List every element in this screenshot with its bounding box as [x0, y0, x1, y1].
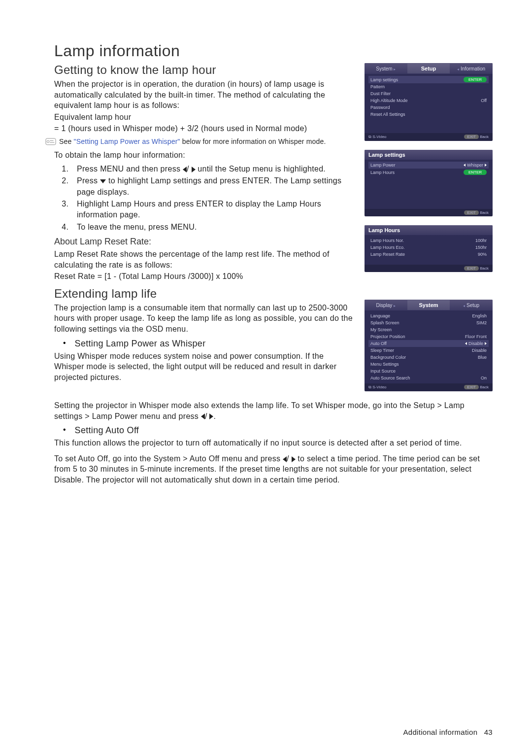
- menu-row: High Altitude ModeOff: [368, 97, 489, 104]
- body-text: Setting the projector in Whisper mode al…: [54, 400, 493, 421]
- body-text: The projection lamp is a consumable item…: [54, 303, 354, 335]
- bullet-icon: •: [63, 339, 66, 349]
- left-arrow-icon: [283, 456, 287, 462]
- right-arrow-icon: [192, 167, 196, 172]
- menu-row: Sleep TimerDisable: [368, 347, 489, 354]
- svg-point-1: [47, 140, 49, 143]
- menu-row: Reset All Settings: [368, 111, 489, 118]
- menu-row: Lamp settingsENTER: [368, 76, 489, 83]
- menu-row: Lamp Hours Nor.100hr: [368, 237, 489, 244]
- menu-tab-selected: Setup: [407, 64, 450, 73]
- menu-row: Background ColorBlue: [368, 354, 489, 361]
- note-icon: [45, 138, 56, 145]
- menu-title: Lamp settings: [365, 150, 493, 160]
- list-item: Press MENU and then press / until the Se…: [71, 164, 354, 174]
- body-text: = 1 (hours used in Whisper mode) + 3/2 (…: [54, 123, 354, 134]
- menu-row: Auto OffDisable: [368, 340, 489, 347]
- menu-footer: EXITBack: [365, 265, 493, 272]
- steps-list: Press MENU and then press / until the Se…: [71, 164, 354, 233]
- page-title: Lamp information: [54, 42, 493, 60]
- menu-row: My Screen: [368, 326, 489, 333]
- menu-screenshot-system: Display ▸ System ◂ Setup LanguageEnglish…: [365, 300, 493, 391]
- menu-tab: ◂ Setup: [450, 301, 493, 310]
- menu-tab: ◂ Information: [450, 64, 493, 73]
- menu-row: Lamp Hours Eco.150hr: [368, 244, 489, 251]
- list-item: To leave the menu, press MENU.: [71, 222, 354, 233]
- menu-row: Lamp PowerWhisper: [368, 162, 489, 169]
- menu-footer: ⧉ S-VideoEXITBack: [365, 133, 493, 141]
- body-text: Using Whisper mode reduces system noise …: [54, 351, 354, 383]
- menu-footer: EXITBack: [365, 209, 493, 216]
- list-item: Press to highlight Lamp settings and pre…: [71, 175, 354, 198]
- menu-tab: System ▸: [365, 64, 407, 73]
- menu-footer: ⧉ S-VideoEXITBack: [365, 383, 493, 391]
- page-footer: Additional information 43: [403, 728, 493, 736]
- menu-tab-selected: System: [407, 300, 450, 310]
- menu-row: Pattern: [368, 83, 489, 90]
- menu-tab: Display ▸: [365, 301, 407, 310]
- body-text: Equivalent lamp hour: [54, 112, 354, 123]
- body-text: Reset Rate = [1 - (Total Lamp Hours /300…: [54, 271, 354, 282]
- bullet-icon: •: [63, 425, 66, 436]
- enter-pill: ENTER: [464, 77, 487, 82]
- menu-screenshot-lamp-settings: Lamp settings Lamp PowerWhisper Lamp Hou…: [365, 150, 493, 216]
- menu-row: LanguageEnglish: [368, 312, 489, 319]
- menu-row: Lamp Reset Rate90%: [368, 251, 489, 258]
- menu-row: Input Source: [368, 368, 489, 375]
- enter-pill: ENTER: [464, 170, 487, 175]
- menu-screenshot-lamp-hours: Lamp Hours Lamp Hours Nor.100hr Lamp Hou…: [365, 225, 493, 272]
- menu-row: Menu Settings: [368, 361, 489, 368]
- menu-row: Dust Filter: [368, 90, 489, 97]
- cross-reference-link: "Setting Lamp Power as Whisper": [74, 137, 180, 145]
- left-arrow-icon: [183, 167, 187, 172]
- bullet-heading: Setting Auto Off: [75, 425, 139, 436]
- body-text: To set Auto Off, go into the System > Au…: [54, 453, 493, 485]
- section-heading: Getting to know the lamp hour: [54, 63, 354, 77]
- menu-title: Lamp Hours: [365, 225, 493, 235]
- menu-row: Password: [368, 104, 489, 111]
- menu-row: Splash ScreenSIM2: [368, 319, 489, 326]
- svg-rect-0: [46, 138, 56, 145]
- left-arrow-icon: [201, 413, 205, 419]
- section-heading: Extending lamp life: [54, 287, 354, 301]
- menu-row: Lamp HoursENTER: [368, 169, 489, 176]
- note-text: See "Setting Lamp Power as Whisper" belo…: [59, 137, 326, 146]
- menu-screenshot-setup: System ▸ Setup ◂ Information Lamp settin…: [365, 63, 493, 141]
- body-text: When the projector is in operation, the …: [54, 79, 354, 111]
- menu-row: Projector PositionFloor Front: [368, 333, 489, 340]
- list-item: Highlight Lamp Hours and press ENTER to …: [71, 199, 354, 221]
- body-text: To obtain the lamp hour information:: [54, 150, 354, 161]
- bullet-heading: Setting Lamp Power as Whisper: [75, 339, 206, 349]
- body-text: This function allows the projector to tu…: [54, 438, 493, 448]
- right-arrow-icon: [292, 456, 296, 462]
- menu-row: Auto Source SearchOn: [368, 375, 489, 381]
- body-text: Lamp Reset Rate shows the percentage of …: [54, 249, 354, 270]
- down-arrow-icon: [100, 179, 106, 183]
- subheading: About Lamp Reset Rate:: [54, 237, 354, 247]
